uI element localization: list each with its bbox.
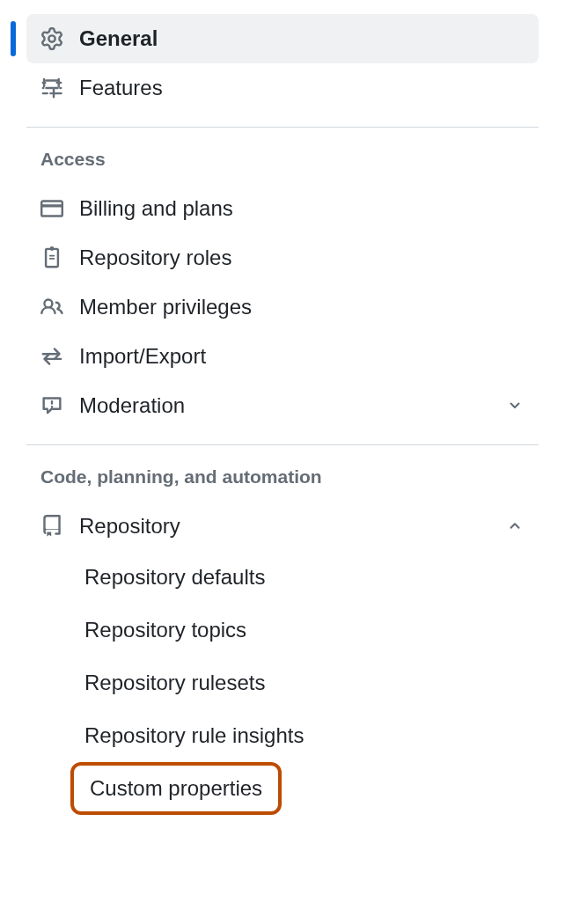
sidebar-item-label: Features [79,76,163,100]
sidebar-subitem-repository-rule-insights[interactable]: Repository rule insights [70,709,539,762]
sidebar-item-import-export[interactable]: Import/Export [26,332,539,381]
id-badge-icon [40,246,63,269]
sidebar-item-features[interactable]: Features [26,63,539,113]
sidebar-item-label: Member privileges [79,295,252,319]
sidebar-item-label: Import/Export [79,344,206,369]
sidebar-item-billing[interactable]: Billing and plans [26,184,539,233]
sidebar-item-member-privileges[interactable]: Member privileges [26,282,539,332]
sidebar-item-label: Repository roles [79,246,231,270]
repo-icon [40,515,63,538]
sidebar-subitem-label: Repository rulesets [84,671,265,694]
gear-icon [40,27,63,50]
sidebar-subitem-label: Repository rule insights [84,723,304,747]
sidebar-item-label: Repository [79,514,180,539]
sidebar-item-repository-roles[interactable]: Repository roles [26,233,539,282]
divider [26,444,539,445]
sidebar-subitem-repository-defaults[interactable]: Repository defaults [70,551,539,604]
sidebar-item-label: Billing and plans [79,196,233,221]
sidebar-subitem-label: Repository topics [84,618,246,642]
report-icon [40,394,63,417]
settings-sidebar: General Features [26,14,539,113]
chevron-down-icon [505,396,525,415]
divider [26,127,539,128]
sidebar-item-label: Moderation [79,393,185,418]
sidebar-subitem-repository-topics[interactable]: Repository topics [70,604,539,656]
section-header-code: Code, planning, and automation [26,466,539,502]
credit-card-icon [40,197,63,220]
chevron-up-icon [505,517,525,536]
repository-subitems: Repository defaults Repository topics Re… [26,551,539,762]
sidebar-item-repository[interactable]: Repository [26,502,539,551]
sidebar-item-general[interactable]: General [26,14,539,63]
sliders-icon [40,77,63,99]
sidebar-item-label: General [79,26,158,51]
sidebar-subitem-custom-properties[interactable]: Custom properties [70,762,282,815]
sidebar-subitem-repository-rulesets[interactable]: Repository rulesets [70,656,539,709]
arrows-switch-icon [40,345,63,368]
sidebar-subitem-label: Custom properties [90,776,262,800]
sidebar-subitem-label: Repository defaults [84,565,265,589]
sidebar-item-moderation[interactable]: Moderation [26,381,539,430]
people-icon [40,296,63,319]
section-header-access: Access [26,149,539,184]
